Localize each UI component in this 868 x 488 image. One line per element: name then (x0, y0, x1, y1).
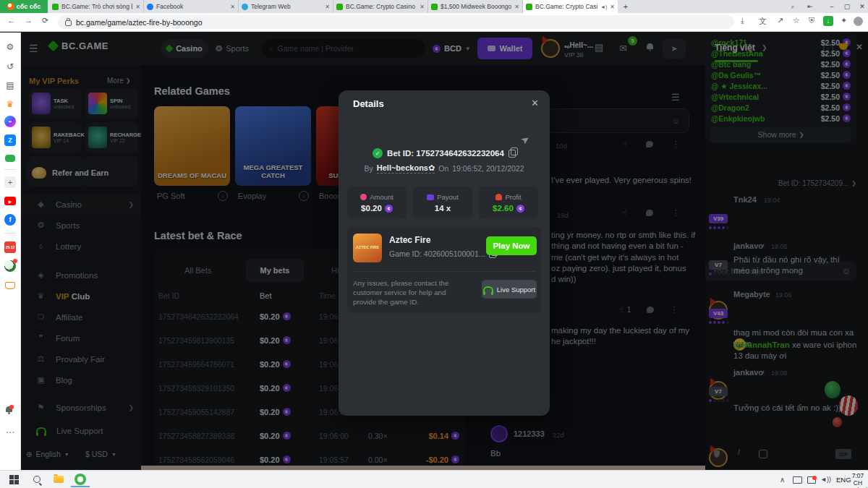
taskbar-search-icon[interactable] (30, 473, 43, 486)
close-tab-icon[interactable]: ✕ (325, 4, 330, 10)
window-maximize-button[interactable]: ▢ (840, 0, 854, 13)
game-search-input[interactable]: ⌕ Game name | Provider (262, 39, 425, 58)
chat-info-icon[interactable]: i (823, 43, 833, 53)
crown-icon[interactable]: ♛ (4, 98, 16, 110)
calendar-25-12-icon[interactable]: 25.12 (4, 241, 16, 253)
more-dots-icon[interactable]: ⋮ (672, 208, 680, 218)
share-icon[interactable]: ↗ (777, 16, 783, 25)
bell-icon[interactable] (647, 43, 653, 49)
reading-list-icon[interactable]: ▤ (4, 80, 16, 91)
display-alert-icon[interactable] (807, 476, 816, 484)
bet-row[interactable]: 175273458827389338$0.20¢19:06:000.30×$0.… (154, 424, 465, 448)
game-card-mega-greatest-catch[interactable]: MEGA GREATEST CATCH (235, 106, 311, 186)
fiat-currency-selector[interactable]: $ USD▼ (85, 450, 116, 458)
bet-list-icon[interactable]: ▤ (595, 42, 603, 53)
perk-spin[interactable]: SPINunlocked (85, 88, 138, 119)
sidebar-item-lottery[interactable]: ⬨Lottery (20, 236, 141, 257)
messenger-icon[interactable]: ⌁ (4, 116, 16, 127)
browser-tab-2[interactable]: Facebook✕ (144, 0, 239, 13)
modal-username[interactable]: Hell~beckons✿ (377, 163, 435, 174)
rain-bet-id[interactable]: Bet ID: 1752734209...❯ (705, 179, 856, 187)
more-dots-icon[interactable]: ⋮ (670, 305, 678, 314)
browser-tab-5[interactable]: $1,500 Midweek Booongo M✕ (428, 0, 523, 13)
bookmark-star-icon[interactable]: ☆ (793, 16, 800, 25)
mail-icon[interactable]: ✉ (619, 43, 627, 53)
new-tab-button[interactable]: + (621, 1, 631, 12)
close-tab-icon[interactable]: ✕ (420, 4, 425, 10)
youtube-icon[interactable]: ▶ (4, 197, 16, 205)
sidebar-item-vip-club[interactable]: ♛VIP Club (20, 286, 141, 307)
notification-bell-icon[interactable] (6, 406, 12, 412)
header-username[interactable]: ₛₑHell~... (564, 41, 593, 49)
speaker-icon[interactable]: ◄)) (820, 476, 831, 483)
browser-tab-4[interactable]: BC.Game: Crypto Casino Gam✕ (333, 0, 428, 13)
close-tab-icon[interactable]: ✕ (610, 4, 615, 10)
reload-icon[interactable]: ⟳ (42, 16, 48, 25)
history-icon[interactable]: ↺ (4, 61, 16, 72)
football-icon[interactable] (4, 260, 16, 272)
site-logo[interactable]: BC.GAME (49, 40, 109, 51)
slash-command-icon[interactable]: / (738, 448, 740, 456)
user-avatar[interactable] (541, 39, 560, 58)
perk-task[interactable]: TASKunlocked (29, 88, 82, 119)
tab-search-icon[interactable]: ⌕ (786, 0, 800, 13)
save-page-icon[interactable]: ⤓ (741, 16, 744, 25)
tray-expand-icon[interactable]: ∧ (780, 476, 785, 484)
comment-username[interactable]: 1212333 (514, 429, 545, 438)
live-support-button[interactable]: Live Support (482, 280, 537, 299)
game-card-dreams-of-macau[interactable]: DREAMS OF MACAU (154, 106, 230, 186)
chat-username[interactable]: Tnk24 (733, 195, 757, 204)
info-icon[interactable]: i (218, 191, 228, 201)
sidebar-item-blog[interactable]: ▣Blog (20, 369, 141, 390)
comments-menu-icon[interactable]: ☰ (671, 92, 680, 103)
close-tab-icon[interactable]: ✕ (135, 4, 140, 10)
browser-brand[interactable]: cốc cốc (0, 0, 48, 13)
more-dots-icon[interactable]: ⋯ (4, 427, 16, 438)
chat-username[interactable]: jankavơ (733, 368, 764, 377)
forward-icon[interactable]: → (25, 16, 33, 25)
like-icon[interactable]: ☝ (622, 140, 627, 149)
browser-tab-active[interactable]: BC.Game: Crypto Casino◄)✕ (523, 0, 618, 13)
shield-icon[interactable]: ⛨ (809, 16, 814, 25)
gear-icon[interactable]: ⚙ (4, 41, 16, 53)
sidebar-item-promotions[interactable]: ◈Promotions (20, 265, 141, 286)
tab-my-bets[interactable]: My bets (246, 259, 304, 282)
update-icon[interactable]: ↓ (823, 16, 833, 26)
profile-avatar-icon[interactable] (854, 17, 863, 26)
wallet-button[interactable]: Wallet (477, 38, 532, 59)
tab-all-bets[interactable]: All Bets (184, 266, 211, 275)
dice-icon[interactable] (759, 450, 767, 458)
play-now-button[interactable]: Play Now (486, 236, 537, 255)
sidebar-item-forum[interactable]: ❞Forum (20, 328, 141, 348)
cart-icon[interactable] (5, 282, 15, 289)
chat-username[interactable]: Megabyte (733, 290, 770, 299)
language-selector[interactable]: ⊕English▼ (26, 450, 69, 458)
modal-close-icon[interactable]: ✕ (531, 98, 539, 108)
rain-drop-icon[interactable] (714, 450, 720, 458)
url-field[interactable]: bc.game/game/aztec-fire-by-booongo (58, 15, 734, 29)
input-language[interactable]: ENG (836, 476, 851, 484)
reply-bubble-icon[interactable] (646, 141, 653, 147)
clock[interactable]: 7:07 CH20/12/2022 (850, 472, 866, 488)
extensions-icon[interactable]: ✦ (841, 16, 847, 25)
window-minimize-button[interactable]: – (825, 0, 839, 13)
facebook-icon[interactable]: f (4, 214, 16, 226)
coccoc-taskbar-icon[interactable] (74, 473, 87, 486)
network-icon[interactable] (793, 476, 802, 484)
add-shortcut-button[interactable]: + (4, 176, 16, 188)
perk-recharge[interactable]: RECHARGEVIP 22 (85, 122, 138, 153)
refer-and-earn[interactable]: Refer and Earn (26, 160, 136, 186)
start-button[interactable] (7, 473, 20, 486)
show-more-button[interactable]: Show more❯ (711, 127, 851, 142)
gif-icon[interactable]: GIF (835, 449, 851, 459)
header-casino-button[interactable]: Casino (161, 39, 208, 58)
share-icon[interactable]: ➤ (518, 132, 532, 147)
perk-rakeback[interactable]: RAKEBACKVIP 14 (29, 122, 82, 153)
gamepad-icon[interactable] (5, 155, 15, 162)
header-sports-button[interactable]: ❂Sports (216, 39, 249, 58)
sidebar-item-provably-fair[interactable]: ⚖Provably Fair (20, 348, 141, 369)
file-explorer-icon[interactable] (52, 473, 65, 486)
window-close-button[interactable]: ✕ (855, 0, 868, 13)
emoji-smile-icon[interactable]: ☺ (672, 116, 680, 125)
translate-icon[interactable]: 文 (759, 16, 767, 27)
